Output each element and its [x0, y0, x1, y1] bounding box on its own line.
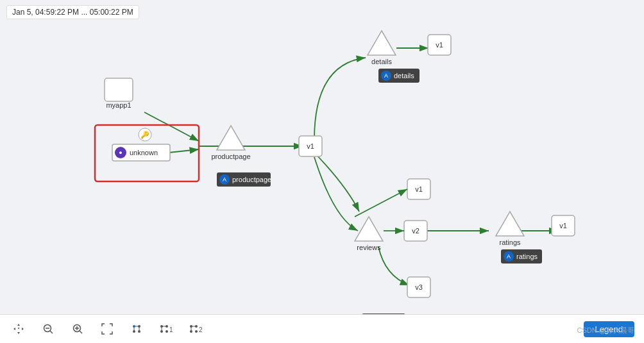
node-reviews[interactable]: reviews [355, 217, 383, 251]
node-ratings[interactable]: ratings [496, 212, 524, 246]
graph-tool-1[interactable] [128, 320, 146, 338]
graph-tool-2[interactable]: 1 [157, 320, 175, 338]
myapp1-label: myapp1 [106, 101, 131, 109]
toolbar: 1 2 Legend [0, 314, 644, 343]
reviews-v2-label: v2 [412, 227, 419, 235]
node-reviews-v1[interactable]: v1 [407, 179, 430, 199]
edge-unknown-productpage [169, 149, 199, 153]
details-badge-label: details [394, 72, 414, 79]
edge-v1-details [314, 58, 366, 140]
node-unknown[interactable]: ● unknown [112, 144, 170, 161]
badge-details: A details [378, 69, 419, 83]
node-myapp1[interactable]: myapp1 [105, 78, 133, 109]
svg-rect-1 [105, 78, 133, 101]
fit-tool[interactable] [98, 320, 116, 338]
svg-line-30 [50, 331, 53, 333]
ratings-badge-label: ratings [516, 253, 538, 260]
svg-text:1: 1 [169, 326, 173, 333]
node-reviews-v3[interactable]: v3 [407, 277, 430, 297]
node-productpage[interactable]: productpage [211, 126, 250, 160]
graph-tool-3[interactable]: 2 [187, 320, 205, 338]
details-v1-label: v1 [436, 41, 443, 49]
reviews-v3-label: v3 [415, 283, 423, 291]
svg-marker-17 [355, 217, 383, 241]
node-productpage-v1[interactable]: v1 [299, 136, 322, 156]
productpage-triangle-label: productpage [211, 153, 250, 160]
svg-marker-6 [217, 126, 245, 150]
zoom-out-tool[interactable] [39, 320, 57, 338]
edge-reviews-v1-top [355, 189, 407, 217]
edge-myapp1-productpage [144, 112, 199, 141]
edge-v1-reviews-top [314, 153, 359, 212]
ratings-v1-label: v1 [559, 222, 567, 230]
badge-ratings: A ratings [501, 249, 542, 264]
timestamp-header: Jan 5, 04:59:22 PM ... 05:00:22 PM [6, 5, 139, 19]
key-icon: 🔑 [139, 128, 151, 141]
svg-text:A: A [223, 176, 226, 183]
productpage-v1-label: v1 [307, 142, 314, 150]
unknown-label: unknown [130, 149, 158, 156]
svg-text:A: A [507, 253, 511, 260]
svg-text:A: A [384, 72, 388, 79]
badge-productpage: A productpage [217, 172, 271, 187]
graph-canvas: myapp1 🔑 ● unknown productpage v1 A prod… [0, 0, 644, 314]
svg-text:🔑: 🔑 [140, 130, 149, 139]
svg-text:●: ● [119, 149, 122, 156]
edge-v1-reviews-bot [314, 157, 358, 231]
svg-text:2: 2 [199, 326, 203, 333]
node-details[interactable]: details [368, 31, 396, 65]
svg-line-34 [80, 331, 82, 333]
svg-marker-23 [496, 212, 524, 236]
node-details-v1[interactable]: v1 [428, 35, 451, 55]
node-ratings-v1[interactable]: v1 [552, 215, 575, 236]
reviews-label: reviews [357, 244, 381, 251]
edge-reviews-v3 [378, 247, 409, 285]
zoom-in-tool[interactable] [69, 320, 87, 338]
reviews-v1-label: v1 [415, 185, 423, 193]
svg-point-45 [165, 330, 168, 333]
svg-marker-11 [368, 31, 396, 55]
ratings-label: ratings [499, 238, 521, 246]
productpage-badge-label: productpage [232, 176, 271, 183]
details-label: details [371, 58, 392, 65]
node-reviews-v2[interactable]: v2 [404, 221, 427, 241]
svg-point-52 [195, 330, 198, 333]
csdn-credit: CSDN @你大晨哥 [577, 326, 634, 335]
move-tool[interactable] [10, 320, 28, 338]
